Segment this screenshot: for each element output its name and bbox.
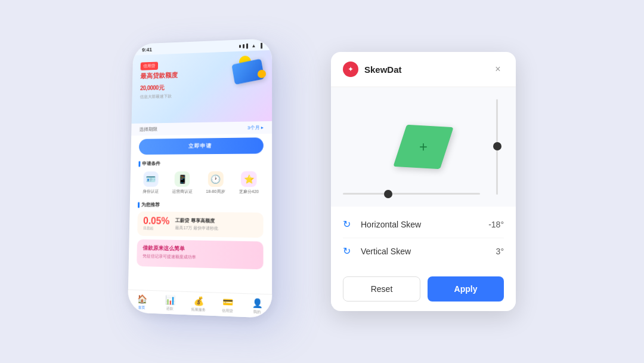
recommend-info: 工薪贷 尊享高额度 最高17万 最快申请秒批 — [175, 217, 258, 232]
nav-expand[interactable]: 💰 拓展服务 — [184, 296, 213, 313]
dialog-preview: + — [331, 87, 516, 207]
nav-repay[interactable]: 📊 还款 — [156, 294, 184, 312]
horizontal-skew-label: Horizontal Skew — [361, 220, 421, 229]
period-label: 选择期限 — [140, 126, 158, 133]
age-icon: 🕐 — [208, 171, 223, 187]
nav-credit[interactable]: 💳 信用贷 — [213, 297, 242, 315]
wifi-icon: ▲ — [251, 43, 256, 48]
condition-id: 🪪 身份认证 — [143, 171, 159, 194]
nav-credit-label: 信用贷 — [222, 308, 233, 314]
banner-sub: 凭征信记录可提速额度成功率 — [143, 253, 257, 262]
battery-icon: ▐ — [259, 42, 262, 48]
condition-score: ⭐ 芝麻分420 — [239, 171, 259, 195]
repay-icon: 📊 — [165, 295, 175, 305]
hero-badge: 信用贷 — [141, 62, 158, 70]
status-icons: ▲ ▐ — [239, 42, 262, 48]
vertical-skew-left: ↻ Vertical Skew — [343, 245, 411, 257]
condition-carrier-label: 运营商认证 — [172, 189, 192, 195]
hero-section: 信用贷 最高贷款额度 20,0000元 信息大部最速下款 — [132, 50, 273, 124]
recommend-name: 工薪贷 尊享高额度 — [175, 217, 257, 225]
rate-value: 0.05% — [143, 216, 169, 226]
nav-home-label: 首页 — [138, 305, 145, 311]
rate-info: 0.05% 日息起 — [143, 216, 169, 232]
vertical-skew-label: Vertical Skew — [361, 247, 411, 256]
vertical-slider-track — [496, 99, 498, 195]
reset-button[interactable]: Reset — [343, 276, 420, 302]
nav-repay-label: 还款 — [166, 306, 174, 312]
vertical-slider-thumb[interactable] — [493, 142, 501, 150]
dialog-header: ✦ SkewDat × — [331, 52, 516, 87]
reset-horizontal-icon[interactable]: ↻ — [343, 219, 355, 230]
score-icon: ⭐ — [241, 171, 257, 187]
apply-button[interactable]: 立即申请 — [139, 137, 264, 155]
skewdat-dialog: ✦ SkewDat × + ↻ Horizontal Skew -18° — [331, 52, 516, 311]
hero-illustration — [224, 55, 266, 103]
dialog-title: SkewDat — [364, 64, 486, 75]
carrier-icon: 📱 — [175, 171, 190, 187]
home-icon: 🏠 — [137, 294, 147, 304]
dialog-logo: ✦ — [343, 61, 358, 77]
recommend-section-title: 为您推荐 — [130, 199, 273, 213]
vertical-skew-value: 3° — [496, 247, 504, 256]
horizontal-skew-row: ↻ Horizontal Skew -18° — [343, 211, 504, 238]
period-value[interactable]: 3个月 ▸ — [247, 124, 264, 131]
horizontal-slider-track — [343, 193, 480, 195]
apply-button[interactable]: Apply — [428, 276, 504, 302]
conditions-row: 🪪 身份认证 📱 运营商认证 🕐 18-80周岁 ⭐ 芝麻分420 — [130, 170, 272, 200]
phone-screen: 9:41 ▲ ▐ 信用贷 最高贷款额度 20,0000元 信息大部最速下款 — [128, 38, 272, 318]
id-icon: 🪪 — [143, 171, 158, 187]
logo-icon: ✦ — [348, 65, 354, 73]
horizontal-skew-left: ↻ Horizontal Skew — [343, 219, 421, 230]
dialog-footer: Reset Apply — [331, 269, 516, 311]
condition-carrier: 📱 运营商认证 — [172, 171, 193, 195]
period-row: 选择期限 3个月 ▸ — [131, 121, 272, 136]
nav-expand-label: 拓展服务 — [191, 307, 205, 313]
mine-icon: 👤 — [252, 298, 262, 308]
conditions-section-title: 申请条件 — [131, 157, 272, 170]
condition-age-label: 18-80周岁 — [206, 189, 225, 195]
expand-icon: 💰 — [193, 296, 203, 306]
phone-mockup: 9:41 ▲ ▐ 信用贷 最高贷款额度 20,0000元 信息大部最速下款 — [128, 38, 283, 325]
coin2-icon — [258, 70, 266, 78]
vertical-skew-row: ↻ Vertical Skew 3° — [343, 238, 504, 264]
rate-sub: 日息起 — [143, 226, 169, 232]
close-button[interactable]: × — [492, 63, 504, 75]
condition-id-label: 身份认证 — [143, 189, 159, 195]
condition-score-label: 芝麻分420 — [239, 189, 259, 195]
banner-title: 借款原来这么简单 — [143, 244, 257, 254]
credit-icon: 💳 — [222, 297, 233, 307]
chevron-icon: ▸ — [261, 125, 264, 130]
skew-preview-card: + — [393, 125, 453, 169]
condition-age: 🕐 18-80周岁 — [206, 171, 225, 195]
bottom-nav: 🏠 首页 📊 还款 💰 拓展服务 💳 信用贷 👤 我的 — [128, 290, 272, 318]
signal-icon — [239, 45, 241, 48]
recommend-desc: 最高17万 最快申请秒批 — [175, 225, 258, 232]
horizontal-skew-value: -18° — [488, 220, 504, 229]
dialog-controls: ↻ Horizontal Skew -18° ↻ Vertical Skew 3… — [331, 207, 516, 269]
recommend-card[interactable]: 0.05% 日息起 工薪贷 尊享高额度 最高17万 最快申请秒批 — [137, 211, 264, 238]
horizontal-slider-thumb[interactable] — [384, 190, 392, 198]
nav-mine-label: 我的 — [253, 309, 261, 315]
banner[interactable]: 借款原来这么简单 凭征信记录可提速额度成功率 — [137, 239, 263, 269]
reset-vertical-icon[interactable]: ↻ — [343, 245, 355, 257]
signal-icon2 — [243, 44, 244, 48]
signal-icon3 — [246, 43, 248, 48]
nav-home[interactable]: 🏠 首页 — [128, 294, 156, 311]
status-time: 9:41 — [142, 47, 152, 53]
plus-icon: + — [419, 139, 428, 155]
nav-mine[interactable]: 👤 我的 — [242, 297, 272, 315]
